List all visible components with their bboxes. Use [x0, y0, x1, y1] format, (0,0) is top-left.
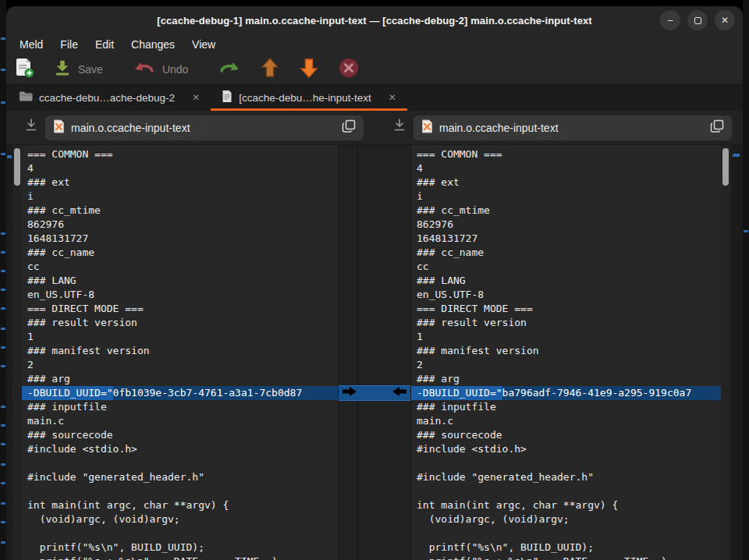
background-mark — [1, 424, 5, 427]
code-line: ### result version — [22, 316, 338, 330]
file-icon — [421, 119, 433, 136]
background-mark — [1, 443, 5, 445]
code-line: ### inputfile — [411, 400, 731, 414]
undo-icon — [133, 59, 156, 80]
code-line: 4 — [411, 161, 731, 175]
scrollbar-left[interactable] — [12, 145, 22, 560]
code-line: ### arg — [22, 372, 338, 386]
tab-close-icon[interactable]: ✕ — [192, 92, 200, 103]
code-line: 1 — [22, 330, 338, 344]
save-button[interactable]: Save — [44, 55, 112, 83]
chunk-map-right[interactable] — [731, 145, 743, 560]
minimize-button[interactable]: – — [660, 10, 680, 30]
code-line: int main(int argc, char **argv) { — [411, 498, 731, 512]
tabbar: ccache-debu…ache-debug-2 ✕ [ccache-debu…… — [6, 84, 743, 111]
code-line: 2 — [411, 358, 731, 372]
gutter-separator — [357, 145, 358, 560]
push-left-icon[interactable] — [391, 386, 408, 400]
code-line: ### cc_name — [22, 246, 338, 260]
menu-file[interactable]: File — [51, 37, 87, 52]
code-line: en_US.UTF-8 — [411, 288, 731, 302]
background-mark — [1, 37, 5, 40]
code-line — [411, 526, 731, 541]
screen: { "window": { "title": "[ccache-debug-1]… — [0, 0, 749, 560]
next-change-button[interactable] — [289, 55, 328, 83]
code-line: 4 — [22, 161, 338, 175]
chunk-map-left[interactable] — [6, 145, 12, 560]
file-browse-icon[interactable] — [342, 119, 356, 136]
code-line: ### manifest version — [22, 344, 338, 358]
code-line: ### inputfile — [22, 400, 338, 414]
background-mark — [1, 232, 5, 235]
background-mark — [1, 406, 5, 408]
text-pane-left[interactable]: === COMMON ===4### exti### cc_mtime86297… — [22, 145, 338, 560]
code-line: ### cc_name — [411, 246, 731, 260]
background-mark — [1, 502, 5, 505]
window-controls: – ✕ — [660, 10, 735, 30]
code-line: printf("%s : %s\n", __DATE__, __TIME__); — [411, 555, 731, 560]
arrow-up-icon — [260, 57, 280, 82]
chunk-tick — [7, 155, 12, 158]
code-line: ### LANG — [411, 274, 731, 288]
code-line: #include "generated_header.h" — [22, 470, 338, 484]
toolbar: Save Undo — [6, 55, 743, 84]
code-line: -DBUILD_UUID="ba796adf-7946-41e9-a295-91… — [411, 386, 731, 400]
undo-label: Undo — [162, 63, 188, 76]
background-mark — [1, 153, 5, 155]
background-mark — [1, 346, 5, 349]
menu-edit[interactable]: Edit — [87, 37, 122, 52]
folder-icon — [19, 90, 33, 105]
file-entry-right[interactable]: main.o.ccache-input-text — [414, 115, 732, 140]
code-line: cc — [22, 260, 338, 274]
new-comparison-button[interactable] — [6, 55, 44, 83]
save-pane-icon[interactable] — [393, 119, 406, 136]
window-title: [ccache-debug-1] main.o.ccache-input-tex… — [157, 15, 591, 27]
background-mark — [744, 230, 748, 232]
code-line: (void)argc, (void)argv; — [22, 512, 338, 526]
save-pane-icon[interactable] — [25, 119, 37, 136]
arrow-down-icon — [299, 57, 319, 82]
scrollbar-handle[interactable] — [722, 148, 729, 186]
background-mark — [1, 541, 5, 544]
code-line: int main(int argc, char **argv) { — [22, 498, 338, 512]
chunk-tick — [733, 154, 740, 157]
background-mark — [1, 521, 5, 523]
titlebar[interactable]: [ccache-debug-1] main.o.ccache-input-tex… — [6, 6, 743, 34]
meld-window: [ccache-debug-1] main.o.ccache-input-tex… — [6, 6, 743, 560]
code-line — [22, 484, 338, 498]
text-pane-right[interactable]: === COMMON ===4### exti### cc_mtime86297… — [411, 145, 731, 560]
background-mark — [1, 328, 5, 330]
stop-button[interactable] — [328, 55, 369, 83]
diff-line-prefix: -DBUILD_UUID=" — [22, 386, 113, 400]
code-line: === DIRECT MODE === — [411, 302, 731, 316]
file-entry-left[interactable]: main.o.ccache-input-text — [45, 115, 364, 140]
code-line: ### ext — [22, 175, 338, 190]
menu-changes[interactable]: Changes — [122, 37, 183, 52]
menu-meld[interactable]: Meld — [11, 37, 51, 52]
background-mark — [1, 289, 5, 291]
redo-button[interactable] — [208, 55, 250, 83]
push-right-icon[interactable] — [341, 386, 358, 400]
tab-file-comparison[interactable]: [ccache-debu…he-input-text ✕ — [211, 84, 407, 111]
background-mark — [1, 69, 5, 71]
code-line: === COMMON === — [22, 147, 338, 161]
previous-change-button[interactable] — [250, 55, 289, 83]
background-mark — [1, 101, 5, 104]
close-button[interactable]: ✕ — [715, 10, 735, 30]
close-icon: ✕ — [721, 16, 729, 25]
diff-line-changed-text: 0fb1039e-3cb7-4761-a3a1-7cb0d87 — [113, 386, 338, 400]
code-line: #include "generated_header.h" — [411, 470, 731, 484]
undo-button[interactable]: Undo — [123, 55, 197, 83]
diff-area: === COMMON ===4### exti### cc_mtime86297… — [6, 145, 743, 560]
scrollbar-right[interactable] — [721, 145, 731, 560]
menu-view[interactable]: View — [183, 37, 224, 52]
tab-close-icon[interactable]: ✕ — [389, 92, 396, 103]
file-browse-icon[interactable] — [710, 119, 724, 136]
code-line: ### LANG — [22, 274, 338, 288]
code-line — [411, 456, 731, 470]
code-line: printf("%s\n", BUILD_UUID); — [411, 541, 731, 555]
tab-folder-comparison[interactable]: ccache-debu…ache-debug-2 ✕ — [8, 84, 211, 111]
code-line: cc — [411, 260, 731, 274]
scrollbar-handle[interactable] — [14, 148, 20, 186]
maximize-button[interactable] — [687, 10, 708, 30]
